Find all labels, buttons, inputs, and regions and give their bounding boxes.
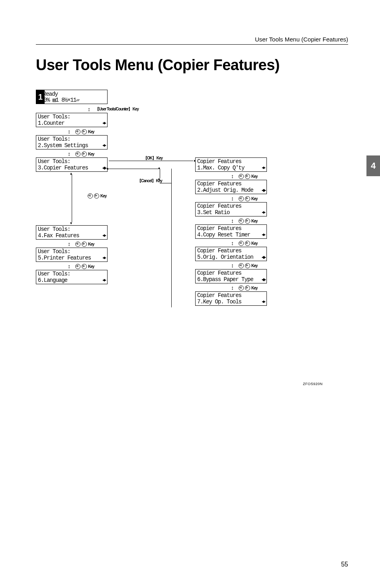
lcd-cf5: Copier Features 5.Orig. Orientation [195, 247, 267, 261]
updown-icon [231, 240, 237, 246]
page-title: User Tools Menu (Copier Features) [36, 57, 348, 74]
updown-icon [231, 285, 237, 291]
right-key-icon [82, 129, 87, 134]
marker-1: 1 [36, 90, 45, 104]
running-head: User Tools Menu (Copier Features) [36, 36, 348, 45]
lcd-ut1: User Tools: 1.Counter [36, 113, 108, 127]
lcd-ut5: User Tools: 5.Printer Features [36, 248, 108, 262]
updown-icon [68, 263, 74, 269]
ok-key-label: 【OK】 Key [143, 155, 163, 161]
right-key-icon [245, 285, 250, 291]
right-key-icon [245, 263, 250, 268]
left-key-icon [239, 218, 244, 224]
lr-key-cf2: Key [231, 195, 257, 202]
lr-key-5: Key [68, 263, 94, 269]
lcd-cf6: Copier Features 6.Bypass Paper Type [195, 269, 267, 283]
left-key-icon [239, 263, 244, 268]
right-key-icon [82, 264, 87, 269]
lcd-cf2: Copier Features 2.Adjust Orig. Mode [195, 180, 267, 194]
lcd-ready: Ready 100% ▤1 8½×11▱ [36, 90, 108, 104]
right-key-icon [94, 193, 99, 199]
lcd-ut6: User Tools: 6.Language [36, 270, 108, 284]
lr-key-cf6: Key [231, 285, 257, 291]
lr-key-center: Key [88, 193, 106, 199]
user-tools-counter-key-label: 【User Tools/Counter】 Key [88, 106, 139, 112]
left-key-icon [75, 151, 80, 157]
updown-icon [68, 151, 74, 157]
menu-diagram: Ready 100% ▤1 8½×11▱ 1 【User Tools/Count… [36, 90, 323, 379]
cancel-mid-h [160, 183, 171, 183]
image-code: ZFOS920N [303, 382, 323, 386]
right-key-icon [82, 242, 87, 247]
cancel-arrow-h [109, 169, 160, 169]
left-key-icon [75, 264, 80, 269]
left-key-icon [75, 129, 80, 134]
updown-icon [88, 106, 94, 112]
left-key-icon [88, 193, 93, 199]
updown-icon [231, 173, 237, 179]
updown-icon [231, 195, 237, 202]
lcd-ut2: User Tools: 2.System Settings [36, 135, 108, 149]
updown-icon [68, 128, 74, 135]
lr-key-2: Key [68, 151, 94, 157]
right-key-icon [245, 174, 250, 179]
updown-icon [231, 218, 237, 224]
lr-key-cf4: Key [231, 240, 257, 246]
updown-icon [68, 241, 74, 247]
cancel-key-label: 【Cancel】 Key [137, 178, 162, 184]
chapter-tab: 4 [366, 155, 380, 176]
cancel-long-line [171, 169, 172, 307]
lr-key-1: Key [68, 128, 94, 135]
left-key-icon [239, 241, 244, 246]
updown-icon [231, 262, 237, 269]
right-key-icon [245, 241, 250, 246]
left-key-icon [239, 285, 244, 291]
cancel-arrow-v1 [160, 169, 160, 178]
left-key-icon [239, 196, 244, 201]
lcd-ut4: User Tools: 4.Fax Features [36, 225, 108, 240]
lcd-cf7: Copier Features 7.Key Op. Tools [195, 291, 267, 306]
lr-key-cf5: Key [231, 262, 257, 269]
lr-key-cf3: Key [231, 218, 257, 224]
page: User Tools Menu (Copier Features) User T… [0, 0, 380, 588]
lr-key-4: Key [68, 241, 94, 247]
lcd-ut3: User Tools: 3.Copier Features [36, 157, 108, 172]
left-key-icon [239, 174, 244, 179]
right-key-icon [82, 151, 87, 157]
lr-key-cf1: Key [231, 173, 257, 179]
right-key-icon [245, 196, 250, 201]
lcd-cf4: Copier Features 4.Copy Reset Timer [195, 224, 267, 239]
right-key-icon [245, 218, 250, 224]
lcd-cf3: Copier Features 3.Set Ratio [195, 202, 267, 216]
gap-arrow [72, 174, 72, 222]
left-key-icon [75, 242, 80, 247]
page-number: 55 [341, 561, 348, 568]
lcd-cf1: Copier Features 1.Max. Copy Q'ty [195, 157, 267, 172]
